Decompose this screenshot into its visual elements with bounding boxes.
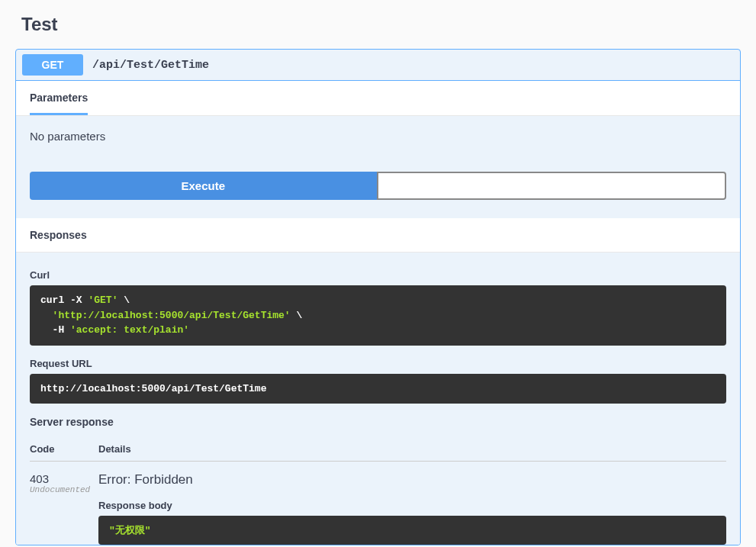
response-body-block: "无权限" [98,516,726,545]
page-title: Test [0,0,756,49]
response-body-value: "无权限" [109,525,151,536]
server-response-label: Server response [30,416,726,428]
curl-url: 'http://localhost:5000/api/Test/GetTime' [53,310,291,321]
action-buttons: Execute [30,172,726,200]
response-details-cell: Error: Forbidden Response body "无权限" [98,472,726,545]
curl-block: curl -X 'GET' \ 'http://localhost:5000/a… [30,285,726,346]
curl-text: curl -X [40,294,88,306]
request-url-label: Request URL [30,358,726,369]
curl-label: Curl [30,269,726,281]
curl-method: 'GET' [88,294,117,306]
method-badge: GET [22,54,83,76]
curl-text: \ [117,294,130,306]
operation-block: GET /api/Test/GetTime Parameters No para… [15,49,741,545]
curl-header: 'accept: text/plain' [70,324,189,336]
operation-path: /api/Test/GetTime [92,59,209,72]
response-table: Code Details 403 Undocumented Error: For… [30,437,726,545]
parameters-body: No parameters Execute [16,116,740,218]
status-code: 403 [30,472,98,485]
no-parameters-text: No parameters [30,130,726,143]
execute-button[interactable]: Execute [30,172,377,200]
curl-text [40,310,53,321]
curl-text: -H [40,324,70,336]
response-body-label: Response body [98,500,726,511]
col-header-code: Code [30,443,98,455]
request-url-block: http://localhost:5000/api/Test/GetTime [30,374,726,404]
response-code-cell: 403 Undocumented [30,472,98,545]
response-row: 403 Undocumented Error: Forbidden Respon… [30,462,726,545]
col-header-details: Details [98,443,726,455]
parameters-tabs: Parameters [16,81,740,116]
responses-heading: Responses [16,218,740,253]
tab-parameters[interactable]: Parameters [30,92,88,115]
curl-text: \ [291,310,303,321]
error-text: Error: Forbidden [98,472,726,487]
clear-button[interactable] [377,172,727,200]
undocumented-label: Undocumented [30,485,98,494]
response-table-header: Code Details [30,437,726,462]
operation-header[interactable]: GET /api/Test/GetTime [16,50,740,81]
responses-section: Curl curl -X 'GET' \ 'http://localhost:5… [16,253,740,545]
request-url-text: http://localhost:5000/api/Test/GetTime [40,383,266,394]
